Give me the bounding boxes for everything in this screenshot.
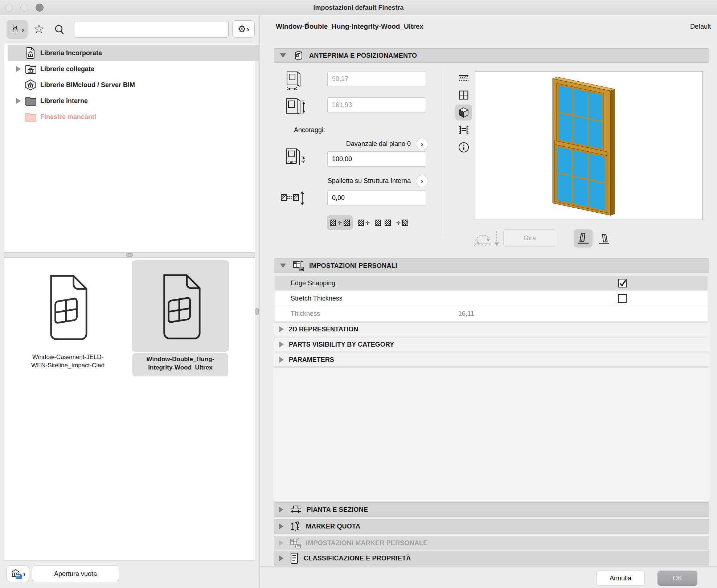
window-orientation-icon (576, 232, 590, 245)
library-part-file-icon (157, 273, 204, 342)
preview-divider (443, 70, 443, 237)
section-header-preview-positioning[interactable]: ANTEPRIMA E POSIZIONAMENTO (274, 48, 709, 63)
collapse-triangle-icon (280, 264, 286, 268)
group-2d-representation[interactable]: 2D REPRESENTATION (274, 322, 709, 336)
setting-row-thickness: Thickness 16,11 (275, 306, 708, 321)
section-header-custom-settings[interactable]: IMPOSTAZIONI PERSONALI (274, 258, 709, 273)
anchor-mode-button-selected[interactable]: ✛ (327, 215, 353, 230)
disclosure-triangle-icon (279, 555, 283, 561)
disclosure-triangle-icon (279, 507, 283, 513)
custom-settings-icon (292, 260, 305, 271)
setting-label: Stretch Thickness (291, 295, 343, 302)
collapse-triangle-icon (280, 53, 286, 58)
toolbar-divider (4, 43, 255, 43)
anchor-mode-button[interactable]: ✛ (396, 220, 408, 226)
cube-3d-icon (458, 106, 470, 119)
tree-item-label: Librerie collegate (40, 65, 94, 73)
close-button[interactable] (5, 4, 13, 12)
mirror-flip-icon (472, 229, 500, 250)
default-state-label: Default (638, 23, 711, 30)
favorites-star-icon[interactable]: ☆ (33, 23, 44, 35)
sill-height-field[interactable] (327, 151, 426, 167)
cancel-button[interactable]: Annulla (596, 571, 645, 586)
disclosure-triangle-icon[interactable] (16, 98, 21, 104)
disclosure-triangle-icon[interactable] (16, 66, 21, 72)
gear-icon: ⚙ (238, 24, 246, 34)
edge-snapping-checkbox[interactable] (618, 279, 627, 287)
tree-item-bimcloud-libraries[interactable]: Librerie BIMcloud / Server BIM (8, 77, 259, 93)
section-view-icon (458, 124, 470, 136)
group-parameters[interactable]: PARAMETERS (274, 353, 709, 367)
chevron-right-icon: › (421, 177, 423, 185)
search-input[interactable] (74, 21, 229, 38)
width-field (327, 71, 426, 86)
anchor-mode-row: ✛ ✛ ✛ (327, 215, 408, 230)
view-mode-section-button[interactable] (455, 122, 472, 138)
section-title: IMPOSTAZIONI MARKER PERSONALE (306, 539, 427, 547)
tree-item-missing-windows[interactable]: Finestre mancanti (8, 109, 259, 125)
sill-anchor-menu-button[interactable]: › (416, 138, 428, 150)
window-height-icon (283, 97, 307, 118)
wall-face-icon (330, 220, 336, 226)
disclosure-triangle-icon (279, 357, 284, 363)
horizontal-splitter[interactable] (4, 252, 255, 258)
section-header-plan-section[interactable]: PIANTA E SEZIONE (274, 502, 709, 517)
ok-button[interactable]: OK (657, 571, 697, 586)
splitter-handle[interactable] (126, 253, 133, 257)
view-mode-elevation-button[interactable] (455, 87, 472, 103)
chevron-right-icon: › (421, 140, 423, 148)
anchor-mode-button[interactable]: ✛ (358, 220, 370, 226)
open-empty-button[interactable]: Apertura vuota (32, 565, 119, 582)
tree-item-embedded-library[interactable]: Libreria Incorporata (8, 45, 259, 61)
preview-positioning-icon (292, 49, 305, 62)
footer-divider (259, 566, 717, 567)
window-width-icon (283, 70, 307, 92)
reveal-anchor-menu-button[interactable]: › (416, 175, 428, 187)
anchor-mode-button[interactable] (375, 220, 391, 226)
chevron-right-icon: › (23, 570, 26, 577)
section-title: MARKER QUOTA (306, 523, 360, 530)
reveal-depth-field[interactable] (327, 190, 426, 205)
info-icon (458, 141, 470, 154)
minimize-button[interactable] (20, 4, 28, 12)
plus-icon: ✛ (365, 220, 370, 225)
library-part-file-icon (44, 273, 91, 343)
wall-face-icon (358, 220, 364, 226)
view-mode-3d-button[interactable] (455, 105, 472, 121)
plan-view-icon (458, 72, 470, 85)
library-manager-button[interactable]: › (7, 565, 29, 582)
elevation-view-icon (458, 89, 470, 101)
group-parts-visibility[interactable]: PARTS VISIBILITY BY CATEGORY (274, 338, 709, 351)
preview-canvas[interactable] (475, 71, 703, 220)
group-title: PARAMETERS (289, 356, 334, 364)
settings-menu-button[interactable]: ⚙ › (232, 20, 255, 38)
section-title: ANTEPRIMA E POSIZIONAMENTO (309, 52, 417, 60)
orientation-inside-button[interactable] (574, 229, 593, 248)
file-item[interactable]: Window-Casement-JELD- WEN-Siteline_Impac… (10, 262, 126, 381)
setting-row-stretch-thickness: Stretch Thickness (275, 291, 708, 306)
panel-splitter-handle[interactable] (255, 308, 259, 315)
tree-item-label: Libreria Incorporata (40, 49, 102, 57)
linked-library-icon (25, 64, 37, 74)
custom-settings-icon (289, 537, 302, 549)
tree-item-linked-libraries[interactable]: Librerie collegate (8, 61, 259, 77)
object-name: Window-Double_Hung-Integrity-Wood_Ultrex (276, 23, 423, 30)
object-type-button[interactable]: › (7, 20, 28, 39)
stretch-thickness-checkbox[interactable] (618, 294, 627, 303)
orientation-outside-button[interactable] (595, 231, 613, 247)
classification-properties-icon (289, 552, 299, 564)
settings-empty-area (274, 367, 709, 502)
section-header-classification[interactable]: CLASSIFICAZIONE E PROPRIETÀ (274, 551, 709, 565)
anchors-label: Ancoraggi: (294, 126, 325, 134)
view-mode-plan-button[interactable] (455, 70, 472, 86)
window-orientation-icon (598, 233, 611, 245)
zoom-button[interactable] (36, 4, 44, 12)
tree-item-internal-libraries[interactable]: Librerie interne (8, 93, 259, 109)
check-icon (619, 279, 627, 287)
search-icon[interactable] (54, 24, 65, 36)
wall-face-icon (385, 220, 391, 226)
section-header-marker-quota[interactable]: MARKER QUOTA (274, 519, 709, 534)
section-title: CLASSIFICAZIONE E PROPRIETÀ (304, 555, 411, 562)
file-item-selected[interactable]: Window-Double_Hung- Integrity-Wood_Ultre… (132, 260, 229, 380)
info-button[interactable] (455, 139, 472, 155)
